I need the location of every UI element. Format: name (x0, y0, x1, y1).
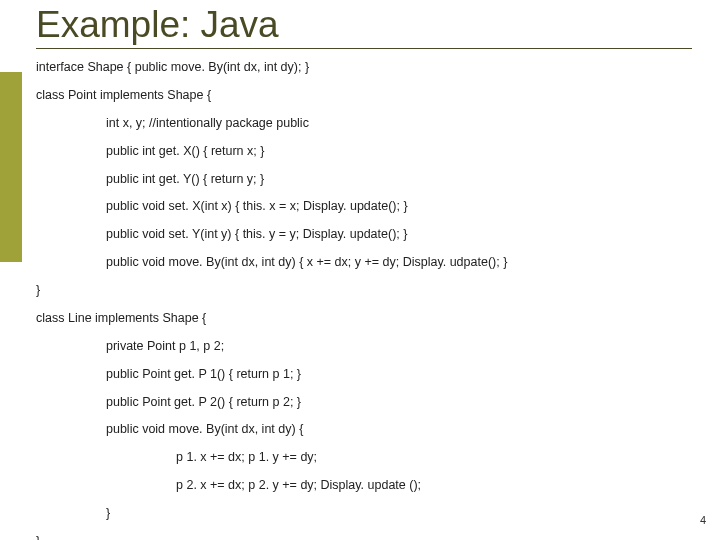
code-line: public Point get. P 2() { return p 2; } (106, 394, 692, 411)
code-line: class Line implements Shape { (36, 310, 692, 327)
code-line: interface Shape { public move. By(int dx… (36, 59, 692, 76)
code-line: p 2. x += dx; p 2. y += dy; Display. upd… (176, 477, 692, 494)
code-line: class Point implements Shape { (36, 87, 692, 104)
slide-content: Example: Java interface Shape { public m… (0, 0, 720, 540)
slide-title: Example: Java (36, 4, 692, 46)
title-divider (36, 48, 692, 49)
code-line: public void set. Y(int y) { this. y = y;… (106, 226, 692, 243)
code-line: int x, y; //intentionally package public (106, 115, 692, 132)
code-line: public int get. X() { return x; } (106, 143, 692, 160)
code-line: } (36, 533, 692, 540)
code-line: } (36, 282, 692, 299)
accent-bar (0, 72, 22, 262)
code-block: interface Shape { public move. By(int dx… (36, 59, 692, 540)
code-line: } (106, 505, 692, 522)
code-line: public void move. By(int dx, int dy) { x… (106, 254, 692, 271)
code-line: private Point p 1, p 2; (106, 338, 692, 355)
code-line: p 1. x += dx; p 1. y += dy; (176, 449, 692, 466)
code-line: public void move. By(int dx, int dy) { (106, 421, 692, 438)
code-line: public Point get. P 1() { return p 1; } (106, 366, 692, 383)
page-number: 4 (700, 514, 706, 526)
code-line: public void set. X(int x) { this. x = x;… (106, 198, 692, 215)
code-line: public int get. Y() { return y; } (106, 171, 692, 188)
